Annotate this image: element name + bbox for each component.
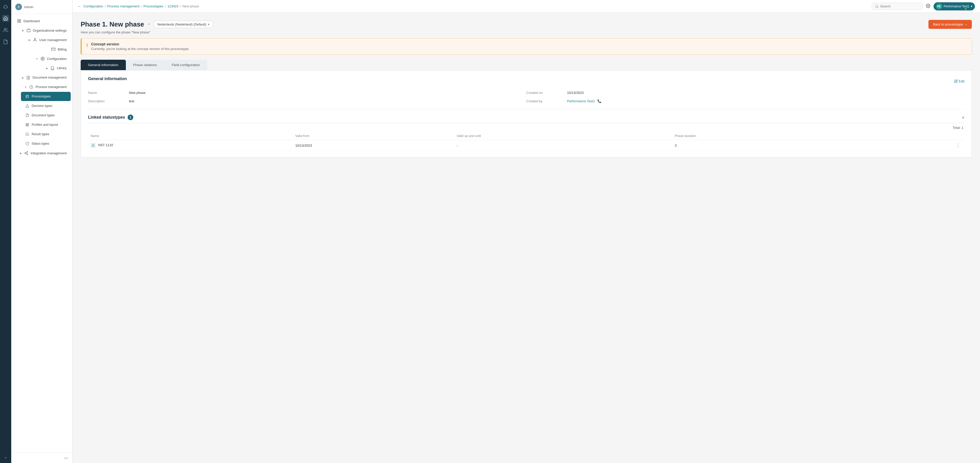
avatar: PE — [936, 3, 942, 10]
sidebar-item-processtypes[interactable]: Processtypes — [21, 92, 71, 101]
doc-icon[interactable] — [2, 38, 9, 45]
breadcrumb-configuration[interactable]: Configuration — [83, 4, 103, 8]
svg-rect-7 — [52, 48, 56, 51]
result-types-icon — [25, 132, 30, 136]
svg-marker-14 — [26, 104, 29, 108]
sidebar-item-org-settings[interactable]: ▶ Organizational settings — [13, 26, 71, 35]
profiles-layout-icon — [25, 122, 30, 127]
config-icon — [40, 56, 45, 61]
alert-description: Currently, you're looking at the concept… — [91, 47, 189, 51]
admin-avatar: A — [15, 3, 22, 10]
back-btn-label: Back to processtype → — [933, 22, 967, 26]
svg-line-25 — [26, 153, 27, 154]
user-mgmt-icon — [33, 38, 37, 42]
result-types-label: Result types — [32, 132, 49, 136]
main-card: General information Edit Name New phase … — [81, 70, 972, 157]
tab-general-info[interactable]: General information — [81, 60, 126, 70]
edit-link[interactable]: Edit — [954, 79, 964, 83]
profiles-layout-label: Profiles and layout — [32, 123, 58, 127]
sidebar-item-configuration[interactable]: ▼ Configuration — [13, 54, 71, 63]
svg-point-27 — [875, 5, 878, 7]
breadcrumb-process-management[interactable]: Process management — [107, 4, 139, 8]
svg-point-6 — [34, 38, 35, 40]
created-by-link[interactable]: Performance Test1 — [567, 99, 595, 103]
table-row: ☰ NST 1110 10/13/2023 - 3 ⋮ — [88, 140, 964, 151]
sidebar-item-process-management[interactable]: ▼ Process management — [17, 82, 71, 92]
table-header: Name Valid from Valid up and until Phase… — [88, 132, 964, 140]
docmgmt-expand-icon: ▶ — [22, 76, 24, 79]
sidebar-item-result-types[interactable]: Result types — [21, 130, 71, 139]
admin-label: Admin — [24, 5, 33, 9]
created-on-label: Created on — [527, 90, 567, 96]
breadcrumb-back-arrow[interactable]: ← — [78, 4, 81, 8]
sidebar-item-billing[interactable]: ▶ Billing — [13, 44, 71, 54]
configuration-children: ▶ Library ▶ Document management ▼ — [11, 63, 72, 148]
lang-dropdown-arrow: ▾ — [208, 22, 210, 26]
rail-collapse-icon[interactable]: « — [5, 456, 6, 460]
breadcrumb-processtypes[interactable]: Processtypes — [143, 4, 163, 8]
svg-line-26 — [26, 152, 27, 153]
sidebar-item-dashboard[interactable]: Dashboard — [13, 16, 71, 25]
integration-icon — [24, 151, 29, 155]
search-input[interactable] — [880, 4, 916, 8]
sidebar-item-library[interactable]: ▶ Library — [17, 63, 71, 73]
col-actions — [870, 132, 965, 140]
sidebar-item-profiles-layout[interactable]: Profiles and layout — [21, 120, 71, 129]
created-on-value: 10/13/2023 — [567, 90, 965, 96]
library-label: Library — [57, 66, 67, 70]
cloud-icon[interactable] — [2, 3, 9, 10]
tab-field-config[interactable]: Field configuration — [164, 60, 207, 70]
svg-rect-5 — [27, 30, 30, 32]
sidebar-collapse-btn[interactable]: «« — [11, 452, 72, 463]
content-area: Phase 1. New phase • Nederlands (Nederla… — [73, 13, 980, 463]
phone-icon: 📞 — [597, 99, 601, 103]
row-name: ☰ NST 1110 — [88, 140, 293, 151]
sidebar-item-status-types[interactable]: Status types — [21, 139, 71, 148]
config-expand-icon: ▼ — [36, 57, 38, 60]
billing-label: Billing — [58, 48, 67, 51]
language-dropdown[interactable]: Nederlands (Nederland) (Default) ▾ — [154, 21, 213, 28]
home-icon[interactable] — [2, 15, 9, 22]
sidebar-item-doc-management[interactable]: ▶ Document management — [17, 73, 71, 82]
row-valid-from: 10/13/2023 — [293, 140, 454, 151]
sidebar-item-integration-mgmt[interactable]: ▶ Integration management — [13, 149, 71, 158]
created-by-value: Performance Test1 📞 — [567, 98, 965, 104]
created-by-label: Created by — [527, 98, 567, 104]
search-box[interactable] — [872, 3, 923, 10]
tab-bar: General information Phase relations Fiel… — [81, 60, 972, 70]
people-icon[interactable] — [2, 27, 9, 34]
alert-content: Concept version Currently, you're lookin… — [91, 42, 189, 51]
row-actions-button[interactable]: ⋮ — [954, 142, 962, 149]
user-badge[interactable]: PE Performance Test1 ▾ — [934, 2, 975, 11]
breadcrumb-123423[interactable]: 123423 — [167, 4, 178, 8]
linked-header: Linked statustypes 1 ∧ — [88, 114, 964, 123]
integration-expand-icon: ▶ — [20, 152, 22, 155]
svg-rect-15 — [26, 124, 27, 125]
sidebar-item-decision-types[interactable]: Decision types — [21, 101, 71, 111]
table-body: ☰ NST 1110 10/13/2023 - 3 ⋮ — [88, 140, 964, 151]
col-name: Name — [88, 132, 293, 140]
svg-rect-1 — [18, 19, 19, 21]
settings-icon[interactable] — [926, 3, 931, 9]
sidebar-item-user-management[interactable]: ▶ User management — [13, 35, 71, 44]
user-mgmt-label: User management — [39, 38, 67, 42]
document-types-label: Document types — [32, 114, 55, 117]
svg-point-23 — [25, 152, 26, 154]
sidebar-item-document-types[interactable]: Document types — [21, 111, 71, 120]
sep2: / — [141, 4, 142, 8]
description-label: Description — [88, 98, 129, 104]
linked-collapse-icon[interactable]: ∧ — [962, 115, 964, 119]
statustypes-table: Name Valid from Valid up and until Phase… — [88, 132, 964, 151]
linked-statustypes-section: Linked statustypes 1 ∧ Total: 1 Name Val… — [88, 114, 964, 151]
icon-rail: « — [0, 0, 11, 463]
tab-phase-relations[interactable]: Phase relations — [126, 60, 164, 70]
svg-point-0 — [4, 28, 6, 30]
collapse-icon: «« — [64, 456, 68, 460]
back-to-processtype-button[interactable]: Back to processtype → — [928, 20, 972, 29]
um-expand-icon: ▶ — [29, 38, 31, 41]
linked-count-badge: 1 — [128, 114, 133, 120]
col-valid-from: Valid from — [293, 132, 454, 140]
svg-point-9 — [42, 58, 43, 59]
name-value: New phase — [129, 90, 527, 96]
row-icon: ☰ — [91, 143, 96, 148]
